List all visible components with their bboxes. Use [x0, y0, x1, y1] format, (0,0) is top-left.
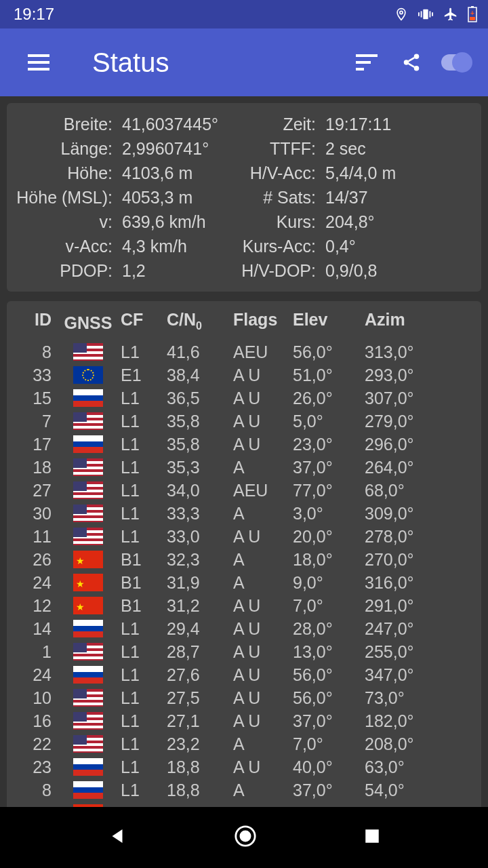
cell-flags: A U	[226, 686, 290, 709]
svg-point-0	[400, 11, 403, 14]
cell-gnss	[61, 502, 115, 525]
cell-id: 12	[16, 594, 58, 617]
home-icon	[234, 825, 257, 848]
svg-rect-5	[432, 12, 433, 16]
cell-cn0: 29,4	[167, 617, 224, 640]
cell-flags: A U	[226, 387, 290, 410]
cell-id: 8	[16, 340, 58, 363]
cell-id: 33	[16, 363, 58, 387]
nav-recent-button[interactable]	[363, 827, 381, 848]
cell-elev: 7,0°	[293, 732, 362, 755]
value-ttff: 2 sec	[325, 137, 474, 160]
cell-elev: 28,0°	[293, 617, 362, 640]
label-hvdop: H/V-DOP:	[230, 259, 325, 282]
cell-id: 10	[16, 686, 58, 709]
cell-cf: L1	[118, 387, 164, 410]
share-icon	[401, 52, 422, 73]
label-hvacc: H/V-Acc:	[230, 161, 325, 184]
cell-azim: 264,0°	[365, 456, 472, 479]
cell-gnss	[61, 663, 115, 686]
svg-rect-13	[356, 54, 378, 57]
header-id: ID	[16, 308, 58, 338]
svg-text:+: +	[470, 9, 474, 17]
nav-home-button[interactable]	[234, 825, 257, 850]
header-azim: Azim	[365, 308, 472, 338]
android-status-bar: 19:17 +	[0, 0, 488, 28]
value-hvacc: 5,4/4,0 m	[325, 161, 474, 184]
cell-flags: A	[226, 548, 290, 571]
flag-icon	[73, 689, 103, 707]
cell-flags: A	[226, 778, 290, 802]
svg-rect-1	[423, 9, 428, 20]
cell-elev: 13,0°	[293, 640, 362, 663]
share-button[interactable]	[389, 52, 434, 73]
cell-flags: A U	[226, 410, 290, 433]
cell-id: 30	[16, 502, 58, 525]
cell-elev: 56,0°	[293, 340, 362, 363]
label-sats: # Sats:	[230, 186, 325, 209]
table-row: 30L133,3A3,0°309,0°	[11, 502, 477, 525]
cell-elev: 20,0°	[293, 525, 362, 548]
menu-button[interactable]	[16, 54, 61, 71]
cell-cf: B1	[118, 571, 164, 594]
flag-icon	[73, 505, 103, 522]
svg-point-20	[241, 831, 250, 841]
cell-azim: 307,0°	[365, 387, 472, 410]
value-lon: 2,9960741°	[122, 137, 230, 160]
header-cf: CF	[118, 308, 164, 338]
label-time: Zeit:	[230, 113, 325, 136]
cell-azim: 73,0°	[365, 686, 472, 709]
cell-flags: AEU	[226, 479, 290, 502]
svg-point-18	[414, 66, 420, 71]
cell-cn0: 34,0	[167, 479, 224, 502]
airplane-icon	[443, 7, 458, 22]
flag-icon	[73, 435, 103, 453]
fix-info-card: Breite: 41,6037445° Zeit: 19:17:11 Länge…	[7, 103, 481, 292]
flag-icon	[73, 735, 103, 753]
flag-icon	[73, 758, 103, 776]
cell-cn0: 23,2	[167, 732, 224, 755]
table-row: 23L118,8A U40,0°63,0°	[11, 755, 477, 778]
cell-id: 23	[16, 755, 58, 778]
status-time: 19:17	[14, 5, 54, 24]
vibrate-icon	[418, 7, 434, 22]
sort-button[interactable]	[344, 54, 389, 71]
table-body[interactable]: 8L141,6AEU56,0°313,0°33E138,4A U51,0°293…	[11, 340, 477, 825]
svg-rect-21	[365, 829, 379, 843]
value-kursacc: 0,4°	[325, 235, 474, 258]
cell-cf: L1	[118, 433, 164, 456]
flag-icon	[73, 551, 103, 568]
label-alt: Höhe:	[14, 161, 122, 184]
cell-azim: 278,0°	[365, 525, 472, 548]
cell-elev: 40,0°	[293, 755, 362, 778]
cell-cn0: 18,8	[167, 778, 224, 802]
location-icon	[394, 6, 408, 22]
cell-cn0: 28,7	[167, 640, 224, 663]
value-time: 19:17:11	[325, 113, 474, 136]
cell-cn0: 27,6	[167, 663, 224, 686]
flag-icon	[73, 597, 103, 614]
table-row: 33E138,4A U51,0°293,0°	[11, 363, 477, 387]
cell-elev: 56,0°	[293, 686, 362, 709]
cell-azim: 291,0°	[365, 594, 472, 617]
cell-flags: A U	[226, 594, 290, 617]
flag-icon	[73, 781, 103, 799]
toggle-switch[interactable]	[434, 54, 479, 71]
cell-azim: 313,0°	[365, 340, 472, 363]
table-row: 26B132,3A18,0°270,0°	[11, 548, 477, 571]
cell-id: 16	[16, 709, 58, 732]
cell-gnss	[61, 709, 115, 732]
cell-azim: 68,0°	[365, 479, 472, 502]
cell-elev: 77,0°	[293, 479, 362, 502]
svg-rect-4	[418, 12, 420, 16]
cell-cn0: 41,6	[167, 340, 224, 363]
table-row: 16L127,1A U37,0°182,0°	[11, 709, 477, 732]
cell-flags: A U	[226, 617, 290, 640]
cell-gnss	[61, 617, 115, 640]
nav-back-button[interactable]	[107, 826, 127, 849]
cell-cf: L1	[118, 479, 164, 502]
cell-azim: 270,0°	[365, 548, 472, 571]
cell-id: 18	[16, 456, 58, 479]
recent-icon	[363, 827, 381, 845]
cell-flags: A	[226, 571, 290, 594]
